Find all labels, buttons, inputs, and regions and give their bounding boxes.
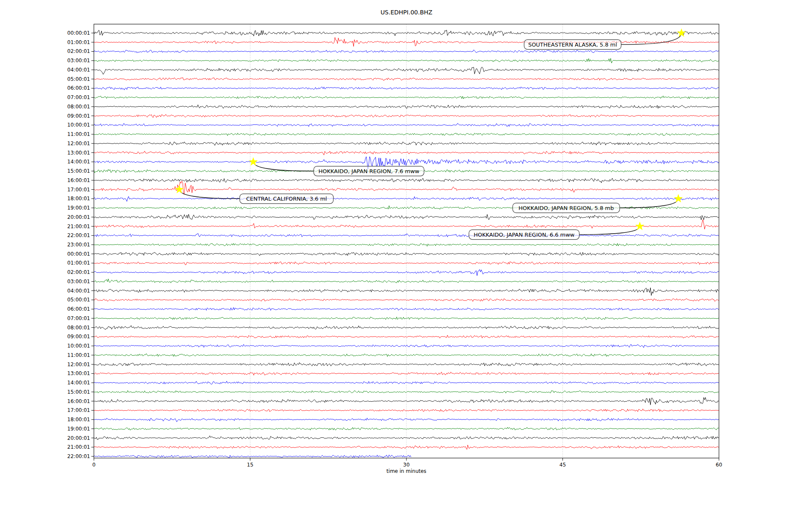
y-tick-label: 07:00:01 xyxy=(67,94,90,100)
y-tick-label: 15:00:01 xyxy=(67,168,90,174)
y-tick-label: 05:00:01 xyxy=(67,297,90,303)
y-tick-label: 10:00:01 xyxy=(67,122,90,128)
annotation-connector xyxy=(620,199,678,208)
y-tick-label: 17:00:01 xyxy=(67,187,90,193)
y-tick-label: 12:00:01 xyxy=(67,141,90,146)
trace-row xyxy=(94,133,719,135)
y-tick-label: 19:00:01 xyxy=(67,205,90,211)
annotation-connector xyxy=(579,226,640,235)
event-star-icon xyxy=(175,185,184,193)
y-tick-label: 16:00:01 xyxy=(67,177,90,183)
trace-row xyxy=(94,243,719,246)
event-annotation-label: HOKKAIDO, JAPAN REGION, 7.6 mww xyxy=(318,168,420,174)
y-tick-label: 23:00:01 xyxy=(67,242,90,248)
trace-row xyxy=(94,96,719,99)
y-tick-label: 16:00:01 xyxy=(67,398,90,404)
y-tick-label: 08:00:01 xyxy=(67,104,90,110)
event-annotation-label: SOUTHEASTERN ALASKA, 5.8 ml xyxy=(528,41,617,48)
annotation-connector xyxy=(253,162,314,171)
trace-row xyxy=(94,455,411,458)
event-star-icon xyxy=(635,222,644,230)
y-tick-label: 20:00:01 xyxy=(67,214,90,220)
y-tick-label: 03:00:01 xyxy=(67,279,90,284)
y-tick-label: 14:00:01 xyxy=(67,159,90,165)
event-annotation-label: HOKKAIDO, JAPAN REGION, 6.6 mww xyxy=(474,232,575,238)
x-tick-label: 45 xyxy=(560,462,566,468)
y-tick-label: 11:00:01 xyxy=(67,352,90,358)
y-tick-label: 06:00:01 xyxy=(67,306,90,312)
y-tick-label: 04:00:01 xyxy=(67,67,90,73)
y-tick-label: 13:00:01 xyxy=(67,370,90,376)
trace-row xyxy=(94,436,719,440)
trace-row xyxy=(94,233,719,237)
y-tick-label: 02:00:01 xyxy=(67,269,90,275)
y-tick-label: 00:00:01 xyxy=(67,251,90,257)
x-axis-label: time in minutes xyxy=(387,468,426,474)
y-tick-label: 04:00:01 xyxy=(67,288,90,294)
helicorder-figure: US.EDHPI.00.BHZ SOUTHEASTERN ALASKA, 5.8… xyxy=(0,0,812,508)
x-tick-label: 30 xyxy=(403,462,409,468)
trace-row xyxy=(94,445,719,450)
x-tick-label: 0 xyxy=(92,462,96,468)
y-tick-label: 09:00:01 xyxy=(67,113,90,119)
y-tick-label: 09:00:01 xyxy=(67,334,90,340)
y-tick-label: 17:00:01 xyxy=(67,407,90,413)
y-tick-label: 15:00:01 xyxy=(67,389,90,395)
event-star-icon xyxy=(674,194,683,202)
y-tick-label: 06:00:01 xyxy=(67,85,90,91)
y-tick-label: 22:00:01 xyxy=(67,453,90,459)
y-tick-label: 14:00:01 xyxy=(67,380,90,386)
x-tick-label: 60 xyxy=(716,462,722,468)
y-tick-label: 20:00:01 xyxy=(67,435,90,441)
y-tick-label: 18:00:01 xyxy=(67,196,90,202)
event-star-icon xyxy=(677,28,686,37)
y-tick-label: 21:00:01 xyxy=(67,444,90,450)
annotation-connector xyxy=(179,190,240,199)
y-tick-label: 19:00:01 xyxy=(67,426,90,432)
y-tick-label: 10:00:01 xyxy=(67,343,90,349)
trace-row xyxy=(94,196,719,202)
y-tick-label: 12:00:01 xyxy=(67,362,90,367)
event-annotation-label: CENTRAL CALIFORNIA, 3.6 ml xyxy=(246,196,327,202)
x-tick-label: 15 xyxy=(247,462,253,468)
y-tick-label: 01:00:01 xyxy=(67,260,90,266)
page-title: US.EDHPI.00.BHZ xyxy=(381,9,433,16)
y-tick-label: 07:00:01 xyxy=(67,315,90,321)
y-tick-label: 18:00:01 xyxy=(67,417,90,422)
y-tick-label: 21:00:01 xyxy=(67,224,90,229)
trace-row xyxy=(94,206,719,210)
y-tick-label: 22:00:01 xyxy=(67,232,90,238)
trace-layer xyxy=(94,30,719,458)
event-annotation-label: HOKKAIDO, JAPAN REGION, 5.8 mb xyxy=(518,205,614,211)
y-tick-label: 00:00:01 xyxy=(67,30,90,36)
y-tick-label: 03:00:01 xyxy=(67,58,90,64)
y-tick-label: 02:00:01 xyxy=(67,48,90,54)
y-tick-label: 01:00:01 xyxy=(67,39,90,45)
y-tick-label: 05:00:01 xyxy=(67,76,90,82)
gridlines xyxy=(250,24,563,458)
y-tick-label: 13:00:01 xyxy=(67,150,90,156)
y-tick-label: 08:00:01 xyxy=(67,325,90,331)
helicorder-plot: US.EDHPI.00.BHZ SOUTHEASTERN ALASKA, 5.8… xyxy=(0,0,812,508)
y-tick-label: 11:00:01 xyxy=(67,131,90,137)
trace-row xyxy=(94,326,719,329)
trace-row xyxy=(94,307,719,310)
event-star-icon xyxy=(249,157,258,166)
